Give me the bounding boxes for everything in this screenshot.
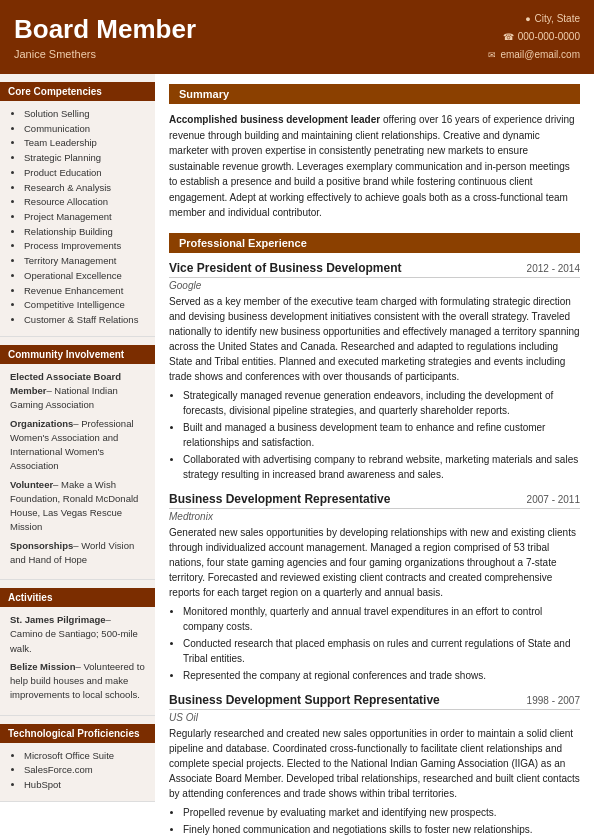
list-item: Project Management bbox=[24, 210, 145, 225]
list-item: Relationship Building bbox=[24, 225, 145, 240]
core-competencies-section: Core Competencies Solution Selling Commu… bbox=[0, 74, 155, 337]
bullet-item: Collaborated with advertising company to… bbox=[183, 452, 580, 482]
job-bullets-1: Monitored monthly, quarterly and annual … bbox=[169, 604, 580, 683]
list-item: Product Education bbox=[24, 166, 145, 181]
job-company-1: Medtronix bbox=[169, 511, 580, 522]
community-item-1: Organizations– Professional Women's Asso… bbox=[10, 417, 145, 474]
job-title-1: Business Development Representative bbox=[169, 492, 390, 506]
list-item: Process Improvements bbox=[24, 239, 145, 254]
community-item-3: Sponsorships– World Vision and Hand of H… bbox=[10, 539, 145, 568]
job-company-2: US Oil bbox=[169, 712, 580, 723]
left-column: Core Competencies Solution Selling Commu… bbox=[0, 74, 155, 802]
right-column: Summary Accomplished business developmen… bbox=[155, 74, 594, 838]
list-item: Research & Analysis bbox=[24, 181, 145, 196]
job-bullets-2: Propelled revenue by evaluating market a… bbox=[169, 805, 580, 839]
job-entry-0: Vice President of Business Development 2… bbox=[169, 261, 580, 482]
job-header-2: Business Development Support Representat… bbox=[169, 693, 580, 710]
job-date-2: 1998 - 2007 bbox=[527, 695, 580, 706]
summary-text: Accomplished business development leader… bbox=[169, 112, 580, 221]
header-contact: ● City, State ☎ 000-000-0000 ✉ email@ema… bbox=[488, 10, 580, 64]
list-item: Territory Management bbox=[24, 254, 145, 269]
header-title: Board Member bbox=[14, 14, 196, 45]
bullet-item: Strategically managed revenue generation… bbox=[183, 388, 580, 418]
list-item: Customer & Staff Relations bbox=[24, 313, 145, 328]
job-desc-2: Regularly researched and created new sal… bbox=[169, 726, 580, 801]
community-item-0: Elected Associate Board Member– National… bbox=[10, 370, 145, 413]
list-item: Solution Selling bbox=[24, 107, 145, 122]
community-involvement-title: Community Involvement bbox=[0, 345, 155, 364]
experience-section: Professional Experience Vice President o… bbox=[169, 233, 580, 839]
job-bullets-0: Strategically managed revenue generation… bbox=[169, 388, 580, 482]
header-phone: ☎ 000-000-0000 bbox=[488, 28, 580, 46]
summary-section: Summary Accomplished business developmen… bbox=[169, 84, 580, 221]
job-entry-1: Business Development Representative 2007… bbox=[169, 492, 580, 683]
list-item: Team Leadership bbox=[24, 136, 145, 151]
header-email: ✉ email@email.com bbox=[488, 46, 580, 64]
bullet-item: Propelled revenue by evaluating market a… bbox=[183, 805, 580, 820]
list-item: SalesForce.com bbox=[24, 763, 145, 778]
bullet-item: Conducted research that placed emphasis … bbox=[183, 636, 580, 666]
core-competencies-title: Core Competencies bbox=[0, 82, 155, 101]
core-competencies-list: Solution Selling Communication Team Lead… bbox=[10, 107, 145, 328]
experience-title: Professional Experience bbox=[169, 233, 580, 253]
list-item: Microsoft Office Suite bbox=[24, 749, 145, 764]
summary-title: Summary bbox=[169, 84, 580, 104]
job-title-0: Vice President of Business Development bbox=[169, 261, 402, 275]
tech-section: Technological Proficiencies Microsoft Of… bbox=[0, 716, 155, 802]
job-entry-2: Business Development Support Representat… bbox=[169, 693, 580, 839]
location-icon: ● bbox=[525, 11, 530, 27]
community-item-2: Volunteer– Make a Wish Foundation, Ronal… bbox=[10, 478, 145, 535]
list-item: Operational Excellence bbox=[24, 269, 145, 284]
job-date-1: 2007 - 2011 bbox=[527, 494, 580, 505]
activities-title: Activities bbox=[0, 588, 155, 607]
bullet-item: Finely honed communication and negotiati… bbox=[183, 822, 580, 837]
list-item: Revenue Enhancement bbox=[24, 284, 145, 299]
list-item: Strategic Planning bbox=[24, 151, 145, 166]
header-location: ● City, State bbox=[488, 10, 580, 28]
list-item: Resource Allocation bbox=[24, 195, 145, 210]
job-company-0: Google bbox=[169, 280, 580, 291]
job-date-0: 2012 - 2014 bbox=[527, 263, 580, 274]
job-title-2: Business Development Support Representat… bbox=[169, 693, 440, 707]
tech-list: Microsoft Office Suite SalesForce.com Hu… bbox=[10, 749, 145, 793]
bullet-item: Represented the company at regional conf… bbox=[183, 668, 580, 683]
activities-section: Activities St. James Pilgrimage– Camino … bbox=[0, 580, 155, 716]
job-header-1: Business Development Representative 2007… bbox=[169, 492, 580, 509]
activity-item-1: Belize Mission– Volunteered to help buil… bbox=[10, 660, 145, 703]
header-left: Board Member Janice Smethers bbox=[14, 14, 196, 59]
list-item: Communication bbox=[24, 122, 145, 137]
bullet-item: Monitored monthly, quarterly and annual … bbox=[183, 604, 580, 634]
phone-icon: ☎ bbox=[503, 29, 514, 45]
tech-title: Technological Proficiencies bbox=[0, 724, 155, 743]
list-item: HubSpot bbox=[24, 778, 145, 793]
main-layout: Core Competencies Solution Selling Commu… bbox=[0, 74, 594, 838]
job-desc-0: Served as a key member of the executive … bbox=[169, 294, 580, 384]
list-item: Competitive Intelligence bbox=[24, 298, 145, 313]
activity-item-0: St. James Pilgrimage– Camino de Santiago… bbox=[10, 613, 145, 656]
job-header-0: Vice President of Business Development 2… bbox=[169, 261, 580, 278]
job-desc-1: Generated new sales opportunities by dev… bbox=[169, 525, 580, 600]
email-icon: ✉ bbox=[488, 47, 496, 63]
page-header: Board Member Janice Smethers ● City, Sta… bbox=[0, 0, 594, 74]
header-name: Janice Smethers bbox=[14, 48, 196, 60]
bullet-item: Built and managed a business development… bbox=[183, 420, 580, 450]
community-involvement-section: Community Involvement Elected Associate … bbox=[0, 337, 155, 580]
